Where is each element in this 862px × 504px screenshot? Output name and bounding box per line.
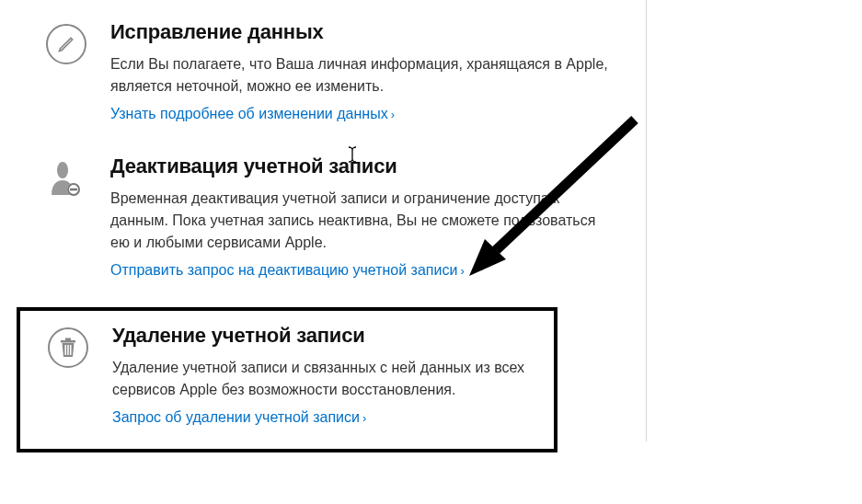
person-minus-icon bbox=[46, 158, 86, 199]
correct-link-text: Узнать подробнее об изменении данных bbox=[110, 106, 388, 121]
deactivate-desc: Временная деактивация учетной записи и о… bbox=[110, 188, 616, 254]
correct-desc: Если Вы полагаете, что Ваша личная инфор… bbox=[110, 53, 616, 97]
delete-link[interactable]: Запрос об удалении учетной записи› bbox=[112, 407, 366, 429]
chevron-right-icon: › bbox=[460, 264, 464, 278]
deactivate-link-text: Отправить запрос на деактивацию учетной … bbox=[110, 262, 457, 278]
correct-title: Исправление данных bbox=[110, 20, 616, 44]
chevron-right-icon: › bbox=[391, 108, 395, 121]
delete-link-text: Запрос об удалении учетной записи bbox=[112, 409, 360, 425]
section-correct-data: Исправление данных Если Вы полагаете, чт… bbox=[0, 9, 644, 143]
divider-right bbox=[646, 0, 647, 441]
pencil-icon bbox=[46, 24, 86, 64]
highlight-delete-box: Удаление учетной записи Удаление учетной… bbox=[17, 307, 557, 452]
svg-rect-3 bbox=[61, 340, 75, 343]
deactivate-title: Деактивация учетной записи bbox=[110, 155, 616, 178]
chevron-right-icon: › bbox=[362, 411, 366, 425]
delete-desc: Удаление учетной записи и связанных с не… bbox=[112, 357, 535, 401]
deactivate-link[interactable]: Отправить запрос на деактивацию учетной … bbox=[110, 259, 465, 281]
svg-rect-7 bbox=[70, 345, 72, 355]
section-delete-account: Удаление учетной записи Удаление учетной… bbox=[20, 311, 554, 449]
trash-icon bbox=[48, 327, 88, 368]
svg-rect-6 bbox=[67, 345, 69, 355]
svg-rect-4 bbox=[65, 338, 71, 341]
correct-link[interactable]: Узнать подробнее об изменении данных› bbox=[110, 103, 395, 125]
section-deactivate-account: Деактивация учетной записи Временная деа… bbox=[0, 143, 644, 300]
svg-rect-5 bbox=[65, 345, 67, 355]
delete-title: Удаление учетной записи bbox=[112, 324, 535, 348]
